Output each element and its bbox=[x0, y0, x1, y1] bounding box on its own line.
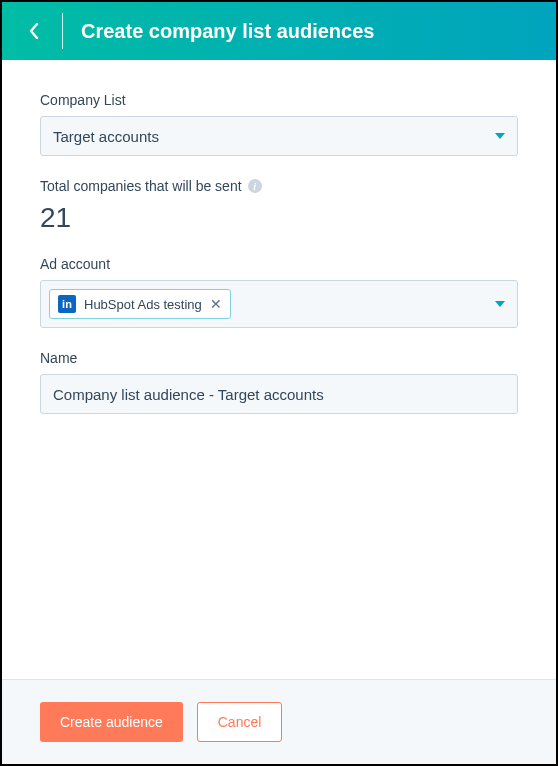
form-content: Company List Target accounts Total compa… bbox=[2, 60, 556, 679]
ad-account-field: Ad account in HubSpot Ads testing ✕ bbox=[40, 256, 518, 328]
name-field: Name bbox=[40, 350, 518, 414]
ad-account-label: Ad account bbox=[40, 256, 518, 272]
footer-actions: Create audience Cancel bbox=[2, 679, 556, 764]
name-input[interactable] bbox=[40, 374, 518, 414]
company-list-label: Company List bbox=[40, 92, 518, 108]
linkedin-icon: in bbox=[58, 295, 76, 313]
page-title: Create company list audiences bbox=[81, 20, 374, 43]
company-list-value: Target accounts bbox=[53, 128, 159, 145]
total-companies-label-text: Total companies that will be sent bbox=[40, 178, 242, 194]
chevron-left-icon bbox=[29, 23, 39, 39]
back-button[interactable] bbox=[20, 17, 48, 45]
page-header: Create company list audiences bbox=[2, 2, 556, 60]
ad-account-chip-label: HubSpot Ads testing bbox=[84, 297, 202, 312]
chevron-down-icon bbox=[495, 133, 505, 139]
ad-account-select[interactable]: in HubSpot Ads testing ✕ bbox=[40, 280, 518, 328]
name-label: Name bbox=[40, 350, 518, 366]
header-divider bbox=[62, 13, 63, 49]
total-companies-label: Total companies that will be sent i bbox=[40, 178, 518, 194]
company-list-select[interactable]: Target accounts bbox=[40, 116, 518, 156]
total-companies-value: 21 bbox=[40, 202, 518, 234]
company-list-field: Company List Target accounts bbox=[40, 92, 518, 156]
chip-remove-button[interactable]: ✕ bbox=[210, 297, 222, 311]
chevron-down-icon bbox=[495, 301, 505, 307]
info-icon[interactable]: i bbox=[248, 179, 262, 193]
total-companies-field: Total companies that will be sent i 21 bbox=[40, 178, 518, 234]
ad-account-chip: in HubSpot Ads testing ✕ bbox=[49, 289, 231, 319]
create-audience-button[interactable]: Create audience bbox=[40, 702, 183, 742]
cancel-button[interactable]: Cancel bbox=[197, 702, 283, 742]
